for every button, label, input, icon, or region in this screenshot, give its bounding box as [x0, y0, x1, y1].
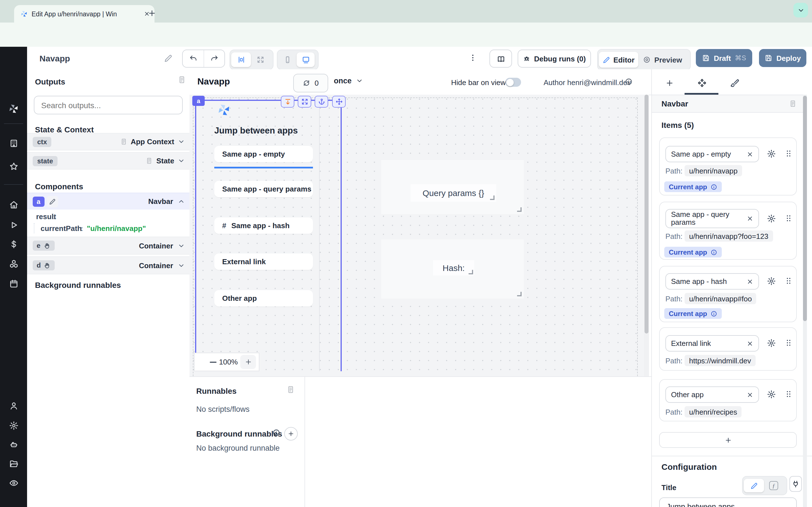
- sidebar-item-settings-icon[interactable]: [0, 421, 27, 431]
- sidebar-item-resources-icon[interactable]: [0, 259, 27, 269]
- inspector-scrollbar-track[interactable]: [803, 95, 807, 507]
- panel-doc-icon[interactable]: [177, 75, 186, 84]
- zoom-in-button[interactable]: [240, 355, 256, 369]
- component-d-row[interactable]: d Container: [27, 256, 190, 274]
- styling-brush-tab-icon[interactable]: [730, 78, 739, 87]
- item-settings-gear-icon[interactable]: [767, 277, 776, 286]
- new-tab-button[interactable]: [148, 9, 156, 17]
- clear-icon[interactable]: [747, 340, 753, 347]
- sidebar-item-runs-icon[interactable]: [0, 220, 27, 230]
- docs-book-button[interactable]: [490, 50, 512, 68]
- item-3-label-input[interactable]: Same app - hash: [665, 273, 759, 290]
- center-layout-button[interactable]: [231, 52, 251, 67]
- draft-button[interactable]: Draft ⌘S: [696, 49, 752, 67]
- desktop-view-button[interactable]: [297, 52, 315, 67]
- static-value-pencil-button[interactable]: [744, 479, 764, 492]
- selection-id-tag[interactable]: a: [192, 96, 205, 106]
- resize-handle[interactable]: [490, 195, 495, 200]
- redo-button[interactable]: [204, 50, 224, 67]
- add-background-runnable-button[interactable]: [284, 427, 298, 441]
- insert-component-tab-plus-icon[interactable]: [665, 79, 674, 87]
- component-d-key-badge[interactable]: d: [33, 260, 55, 270]
- component-settings-tab-icon[interactable]: [698, 78, 707, 87]
- clear-icon[interactable]: [747, 278, 753, 285]
- item-5-label-input[interactable]: Other app: [665, 386, 759, 403]
- drag-grip-icon[interactable]: [784, 149, 794, 158]
- currentPath-key[interactable]: currentPath: [41, 224, 82, 233]
- info-icon[interactable]: [711, 310, 717, 317]
- sidebar-item-folders-icon[interactable]: [0, 459, 27, 469]
- item-3-path[interactable]: u/henri/navapp#foo: [684, 293, 756, 304]
- canvas-scrollbar-thumb[interactable]: [645, 95, 649, 334]
- expand-down-handle-icon[interactable]: [281, 96, 294, 108]
- add-navbar-item-button[interactable]: [659, 432, 797, 448]
- info-icon[interactable]: [711, 183, 717, 190]
- sidebar-item-favorites-icon[interactable]: [0, 162, 27, 171]
- info-icon[interactable]: [711, 249, 717, 256]
- chevron-up-icon[interactable]: [177, 198, 185, 205]
- component-e-row[interactable]: e Container: [27, 237, 190, 255]
- item-5-path[interactable]: u/henri/recipes: [684, 406, 742, 417]
- debug-runs-button[interactable]: Debug runs (0): [518, 50, 591, 68]
- inspector-scrollbar-thumb[interactable]: [803, 96, 807, 321]
- nav-item-query-params[interactable]: Same app - query params: [214, 181, 313, 197]
- expand-component-icon[interactable]: [298, 96, 311, 108]
- deploy-button[interactable]: Deploy: [759, 49, 806, 67]
- chevron-down-icon[interactable]: [177, 157, 185, 165]
- run-mode-dropdown[interactable]: once: [334, 76, 363, 85]
- mobile-view-button[interactable]: [278, 52, 297, 67]
- drag-grip-icon[interactable]: [784, 276, 794, 286]
- sidebar-item-users-icon[interactable]: [0, 401, 27, 411]
- item-settings-gear-icon[interactable]: [767, 149, 776, 158]
- editor-tab[interactable]: Editor: [599, 52, 638, 68]
- refresh-count-button[interactable]: 0: [293, 74, 328, 93]
- currentPath-value[interactable]: "u/henri/navapp": [87, 224, 146, 233]
- windmill-logo-icon[interactable]: [0, 103, 27, 115]
- container-d-hash[interactable]: Hash:: [381, 239, 524, 298]
- resize-handle[interactable]: [517, 292, 522, 296]
- drag-grip-icon[interactable]: [784, 214, 794, 223]
- browser-tab[interactable]: Edit App u/henri/navapp | Win: [14, 5, 154, 22]
- more-options-kebab-icon[interactable]: [469, 54, 477, 62]
- item-1-label-input[interactable]: Same app - empty: [665, 146, 759, 162]
- chevron-down-icon[interactable]: [177, 242, 185, 249]
- component-a-key-badge[interactable]: a: [33, 196, 44, 207]
- nav-item-hash[interactable]: # Same app - hash: [214, 217, 313, 234]
- ctx-row[interactable]: ctx App Context: [27, 133, 190, 151]
- drag-grip-icon[interactable]: [784, 389, 794, 399]
- nav-item-same-app-empty[interactable]: Same app - empty: [214, 146, 313, 162]
- item-settings-gear-icon[interactable]: [767, 339, 776, 348]
- nav-item-other-app[interactable]: Other app: [214, 290, 313, 306]
- sidebar-item-spend-icon[interactable]: [0, 239, 27, 249]
- component-a-row[interactable]: a Navbar: [27, 193, 190, 210]
- clear-icon[interactable]: [747, 215, 753, 222]
- component-e-key-badge[interactable]: e: [33, 240, 54, 251]
- ctx-key-badge[interactable]: ctx: [33, 136, 52, 147]
- canvas-scrollbar-track[interactable]: [644, 95, 649, 376]
- clear-icon[interactable]: [747, 151, 753, 158]
- sidebar-item-audit-icon[interactable]: [0, 478, 27, 488]
- component-edit-pencil-icon[interactable]: [47, 196, 58, 207]
- chevron-down-icon[interactable]: [177, 262, 185, 269]
- resize-handle[interactable]: [517, 207, 522, 212]
- zoom-out-button[interactable]: [202, 358, 216, 365]
- item-2-label-input[interactable]: Same app - query params: [665, 209, 759, 228]
- sidebar-item-schedules-icon[interactable]: [0, 279, 27, 288]
- app-canvas[interactable]: a Jump between apps Same app - empty Sam…: [190, 95, 644, 376]
- preview-tab[interactable]: Preview: [638, 52, 687, 68]
- item-4-label-input[interactable]: External link: [665, 335, 759, 351]
- item-settings-gear-icon[interactable]: [767, 390, 776, 399]
- resize-handle[interactable]: [469, 270, 473, 274]
- drag-grip-icon[interactable]: [784, 338, 794, 348]
- info-icon[interactable]: [625, 78, 633, 86]
- state-key-badge[interactable]: state: [33, 156, 57, 166]
- fullwidth-layout-button[interactable]: [251, 52, 269, 67]
- item-settings-gear-icon[interactable]: [767, 214, 776, 223]
- tab-search-button[interactable]: [794, 3, 808, 17]
- hide-bar-toggle[interactable]: [505, 78, 521, 87]
- anchor-component-icon[interactable]: [315, 96, 328, 108]
- sidebar-item-workspace-icon[interactable]: [0, 138, 27, 148]
- container-e-query-params[interactable]: Query params {}: [381, 160, 524, 214]
- item-1-path[interactable]: u/henri/navapp: [684, 165, 742, 176]
- clear-icon[interactable]: [747, 391, 753, 398]
